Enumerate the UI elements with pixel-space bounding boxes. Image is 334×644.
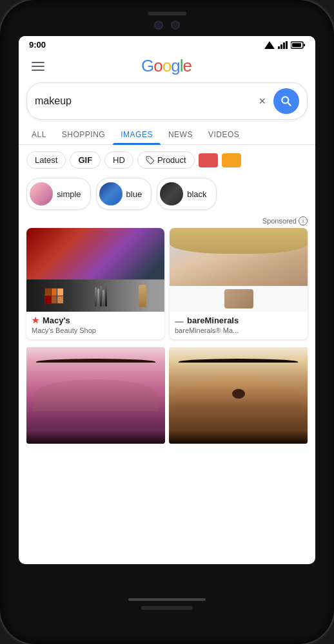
tabs-bar: ALL SHOPPING IMAGES NEWS VIDEOS bbox=[19, 125, 315, 145]
browse-eye-right[interactable] bbox=[169, 347, 308, 444]
svg-marker-0 bbox=[264, 41, 275, 49]
svg-rect-6 bbox=[292, 43, 301, 47]
tab-shopping[interactable]: SHOPPING bbox=[54, 125, 113, 144]
macys-star-icon: ★ bbox=[32, 316, 39, 325]
suggestion-blue-avatar bbox=[99, 182, 123, 205]
svg-rect-7 bbox=[304, 44, 305, 46]
phone-screen: 9:00 bbox=[19, 36, 315, 564]
suggestion-black[interactable]: black bbox=[157, 178, 216, 210]
bareminerals-store-name: bareMinerals bbox=[175, 316, 302, 325]
header: Google bbox=[19, 52, 315, 80]
filter-color-red[interactable] bbox=[199, 153, 218, 167]
status-icons bbox=[264, 41, 305, 50]
suggestion-simple-label: simple bbox=[57, 189, 81, 199]
tab-news[interactable]: NEWS bbox=[161, 125, 201, 144]
suggestion-black-avatar bbox=[160, 182, 183, 205]
svg-rect-3 bbox=[283, 43, 285, 49]
bareminerals-description: bareMinerals® Ma... bbox=[175, 327, 302, 334]
suggestions-row: simple blue black bbox=[19, 175, 315, 216]
filter-color-orange[interactable] bbox=[222, 153, 241, 167]
phone-device: 9:00 bbox=[0, 0, 334, 644]
macys-card-image bbox=[26, 228, 164, 312]
suggestion-simple-avatar bbox=[30, 182, 53, 205]
status-bar: 9:00 bbox=[19, 36, 315, 52]
status-time: 9:00 bbox=[29, 40, 46, 50]
svg-rect-11 bbox=[175, 321, 184, 323]
battery-icon bbox=[291, 41, 305, 49]
suggestion-blue[interactable]: blue bbox=[96, 178, 152, 210]
macys-store-name: ★ Macy's bbox=[32, 316, 159, 325]
macys-description: Macy's Beauty Shop bbox=[32, 327, 159, 334]
tab-all[interactable]: ALL bbox=[24, 125, 54, 144]
macys-card[interactable]: ★ Macy's Macy's Beauty Shop bbox=[26, 228, 164, 339]
shopping-cards-row: Sponsored i bbox=[19, 216, 315, 345]
search-icon bbox=[280, 95, 293, 108]
suggestion-simple[interactable]: simple bbox=[26, 178, 91, 210]
menu-button[interactable] bbox=[29, 59, 47, 73]
search-bar[interactable]: makeup × bbox=[26, 82, 308, 120]
bottom-speaker bbox=[141, 606, 193, 610]
phone-speaker bbox=[148, 12, 186, 15]
sponsored-info-button[interactable]: i bbox=[299, 216, 308, 225]
lte-icon bbox=[278, 41, 288, 49]
suggestion-black-label: black bbox=[187, 189, 206, 199]
bareminerals-card-info: bareMinerals bareMinerals® Ma... bbox=[170, 312, 308, 339]
sponsored-label: Sponsored i bbox=[26, 216, 308, 225]
tag-icon bbox=[146, 156, 155, 165]
svg-line-9 bbox=[288, 102, 291, 106]
filter-hd[interactable]: HD bbox=[104, 151, 133, 169]
tab-images[interactable]: IMAGES bbox=[113, 125, 161, 144]
search-clear-button[interactable]: × bbox=[253, 95, 271, 108]
signal-icon bbox=[264, 41, 275, 50]
svg-rect-2 bbox=[280, 44, 282, 49]
svg-rect-4 bbox=[286, 41, 288, 49]
filters-row: Latest GIF HD Product bbox=[19, 145, 315, 175]
svg-point-10 bbox=[148, 158, 149, 159]
bareminerals-card[interactable]: bareMinerals bareMinerals® Ma... bbox=[170, 228, 308, 339]
filter-product[interactable]: Product bbox=[137, 151, 195, 169]
macys-card-info: ★ Macy's Macy's Beauty Shop bbox=[26, 312, 164, 339]
bareminerals-card-image bbox=[170, 228, 308, 312]
browse-images-row bbox=[19, 347, 315, 444]
tab-videos[interactable]: VIDEOS bbox=[201, 125, 247, 144]
search-query: makeup bbox=[35, 95, 253, 107]
home-bar[interactable] bbox=[128, 598, 206, 601]
browse-eye-left[interactable] bbox=[26, 347, 165, 444]
google-logo: Google bbox=[141, 56, 192, 76]
front-camera-right bbox=[171, 21, 180, 30]
svg-rect-1 bbox=[278, 46, 280, 49]
phone-bottom bbox=[128, 564, 206, 644]
bareminerals-dash-icon bbox=[175, 316, 184, 325]
filter-gif[interactable]: GIF bbox=[70, 151, 101, 169]
filter-latest[interactable]: Latest bbox=[26, 151, 66, 169]
phone-camera-row bbox=[154, 21, 180, 30]
search-button[interactable] bbox=[273, 88, 299, 114]
suggestion-blue-label: blue bbox=[126, 189, 142, 199]
front-camera-left bbox=[154, 21, 163, 30]
